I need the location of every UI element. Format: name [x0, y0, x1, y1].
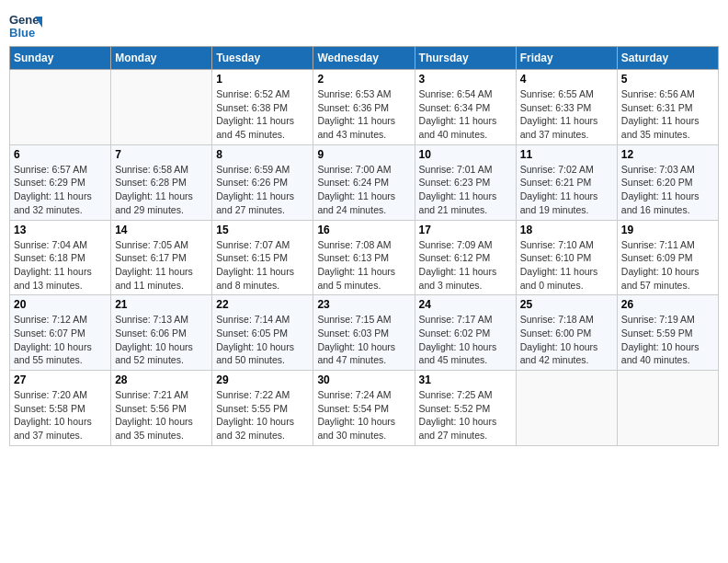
calendar-cell: 14Sunrise: 7:05 AMSunset: 6:17 PMDayligh…: [111, 220, 212, 295]
calendar-cell: 13Sunrise: 7:04 AMSunset: 6:18 PMDayligh…: [10, 220, 111, 295]
calendar-cell: 20Sunrise: 7:12 AMSunset: 6:07 PMDayligh…: [10, 295, 111, 371]
day-number: 29: [216, 373, 309, 386]
day-number: 15: [216, 224, 309, 236]
calendar-cell: 22Sunrise: 7:14 AMSunset: 6:05 PMDayligh…: [212, 295, 313, 371]
day-info: Sunrise: 7:24 AMSunset: 5:54 PMDaylight:…: [317, 388, 410, 442]
calendar-cell: 24Sunrise: 7:17 AMSunset: 6:02 PMDayligh…: [415, 295, 516, 371]
day-number: 5: [621, 73, 714, 86]
day-info: Sunrise: 7:02 AMSunset: 6:21 PMDaylight:…: [520, 163, 613, 217]
calendar-cell: 15Sunrise: 7:07 AMSunset: 6:15 PMDayligh…: [212, 220, 313, 295]
day-info: Sunrise: 7:07 AMSunset: 6:15 PMDaylight:…: [216, 238, 309, 293]
day-number: 1: [216, 73, 309, 86]
calendar-week-row: 6Sunrise: 6:57 AMSunset: 6:29 PMDaylight…: [10, 144, 719, 220]
calendar-cell: 21Sunrise: 7:13 AMSunset: 6:06 PMDayligh…: [111, 295, 212, 371]
day-number: 18: [520, 224, 613, 236]
calendar-cell: 30Sunrise: 7:24 AMSunset: 5:54 PMDayligh…: [313, 371, 415, 446]
calendar-day-header: Friday: [516, 47, 617, 70]
day-number: 21: [115, 298, 208, 311]
day-info: Sunrise: 6:54 AMSunset: 6:34 PMDaylight:…: [419, 87, 512, 142]
calendar-cell: 1Sunrise: 6:52 AMSunset: 6:38 PMDaylight…: [212, 70, 313, 145]
calendar-cell: [111, 70, 212, 145]
day-info: Sunrise: 7:25 AMSunset: 5:52 PMDaylight:…: [419, 388, 512, 442]
day-number: 17: [419, 224, 512, 236]
calendar-cell: [516, 371, 617, 446]
day-number: 12: [621, 148, 714, 161]
day-number: 23: [317, 298, 410, 311]
day-info: Sunrise: 6:53 AMSunset: 6:36 PMDaylight:…: [317, 87, 410, 142]
calendar-cell: 16Sunrise: 7:08 AMSunset: 6:13 PMDayligh…: [313, 220, 415, 295]
calendar-cell: 26Sunrise: 7:19 AMSunset: 5:59 PMDayligh…: [617, 295, 718, 371]
day-number: 11: [520, 148, 613, 161]
day-number: 19: [621, 224, 714, 236]
calendar-cell: 11Sunrise: 7:02 AMSunset: 6:21 PMDayligh…: [516, 144, 617, 220]
day-number: 10: [419, 148, 512, 161]
calendar-header-row: SundayMondayTuesdayWednesdayThursdayFrid…: [10, 47, 719, 70]
day-info: Sunrise: 7:08 AMSunset: 6:13 PMDaylight:…: [317, 238, 410, 293]
day-info: Sunrise: 7:05 AMSunset: 6:17 PMDaylight:…: [115, 238, 208, 293]
day-info: Sunrise: 7:03 AMSunset: 6:20 PMDaylight:…: [621, 163, 714, 217]
day-info: Sunrise: 7:21 AMSunset: 5:56 PMDaylight:…: [115, 388, 208, 442]
day-number: 28: [115, 373, 208, 386]
day-number: 9: [317, 148, 410, 161]
day-info: Sunrise: 7:10 AMSunset: 6:10 PMDaylight:…: [520, 238, 613, 293]
day-info: Sunrise: 7:13 AMSunset: 6:06 PMDaylight:…: [115, 313, 208, 367]
calendar-cell: 23Sunrise: 7:15 AMSunset: 6:03 PMDayligh…: [313, 295, 415, 371]
calendar-cell: 31Sunrise: 7:25 AMSunset: 5:52 PMDayligh…: [415, 371, 516, 446]
day-number: 30: [317, 373, 410, 386]
day-info: Sunrise: 6:56 AMSunset: 6:31 PMDaylight:…: [621, 87, 714, 142]
calendar-week-row: 1Sunrise: 6:52 AMSunset: 6:38 PMDaylight…: [10, 70, 719, 145]
day-info: Sunrise: 6:58 AMSunset: 6:28 PMDaylight:…: [115, 163, 208, 217]
svg-text:Blue: Blue: [9, 26, 35, 40]
calendar-cell: 19Sunrise: 7:11 AMSunset: 6:09 PMDayligh…: [617, 220, 718, 295]
calendar-cell: 9Sunrise: 7:00 AMSunset: 6:24 PMDaylight…: [313, 144, 415, 220]
calendar-week-row: 27Sunrise: 7:20 AMSunset: 5:58 PMDayligh…: [10, 371, 719, 446]
day-info: Sunrise: 6:59 AMSunset: 6:26 PMDaylight:…: [216, 163, 309, 217]
calendar-cell: 3Sunrise: 6:54 AMSunset: 6:34 PMDaylight…: [415, 70, 516, 145]
day-info: Sunrise: 7:09 AMSunset: 6:12 PMDaylight:…: [419, 238, 512, 293]
day-number: 8: [216, 148, 309, 161]
calendar-day-header: Tuesday: [212, 47, 313, 70]
calendar-cell: 7Sunrise: 6:58 AMSunset: 6:28 PMDaylight…: [111, 144, 212, 220]
calendar-body: 1Sunrise: 6:52 AMSunset: 6:38 PMDaylight…: [10, 70, 719, 446]
day-info: Sunrise: 7:19 AMSunset: 5:59 PMDaylight:…: [621, 313, 714, 367]
day-number: 26: [621, 298, 714, 311]
day-number: 14: [115, 224, 208, 236]
day-number: 16: [317, 224, 410, 236]
logo-icon: General Blue: [9, 9, 42, 42]
calendar-cell: 5Sunrise: 6:56 AMSunset: 6:31 PMDaylight…: [617, 70, 718, 145]
calendar-cell: 18Sunrise: 7:10 AMSunset: 6:10 PMDayligh…: [516, 220, 617, 295]
calendar-day-header: Saturday: [617, 47, 718, 70]
day-info: Sunrise: 6:57 AMSunset: 6:29 PMDaylight:…: [14, 163, 107, 217]
day-number: 27: [14, 373, 107, 386]
day-info: Sunrise: 7:15 AMSunset: 6:03 PMDaylight:…: [317, 313, 410, 367]
calendar-cell: [617, 371, 718, 446]
day-number: 22: [216, 298, 309, 311]
calendar-table: SundayMondayTuesdayWednesdayThursdayFrid…: [9, 46, 719, 446]
calendar-cell: 12Sunrise: 7:03 AMSunset: 6:20 PMDayligh…: [617, 144, 718, 220]
day-number: 2: [317, 73, 410, 86]
day-info: Sunrise: 7:18 AMSunset: 6:00 PMDaylight:…: [520, 313, 613, 367]
day-number: 24: [419, 298, 512, 311]
day-number: 4: [520, 73, 613, 86]
calendar-cell: 4Sunrise: 6:55 AMSunset: 6:33 PMDaylight…: [516, 70, 617, 145]
day-number: 6: [14, 148, 107, 161]
day-info: Sunrise: 6:52 AMSunset: 6:38 PMDaylight:…: [216, 87, 309, 142]
calendar-day-header: Monday: [111, 47, 212, 70]
day-info: Sunrise: 6:55 AMSunset: 6:33 PMDaylight:…: [520, 87, 613, 142]
day-info: Sunrise: 7:12 AMSunset: 6:07 PMDaylight:…: [14, 313, 107, 367]
day-info: Sunrise: 7:14 AMSunset: 6:05 PMDaylight:…: [216, 313, 309, 367]
day-info: Sunrise: 7:04 AMSunset: 6:18 PMDaylight:…: [14, 238, 107, 293]
calendar-cell: 25Sunrise: 7:18 AMSunset: 6:00 PMDayligh…: [516, 295, 617, 371]
calendar-cell: 27Sunrise: 7:20 AMSunset: 5:58 PMDayligh…: [10, 371, 111, 446]
calendar-cell: 8Sunrise: 6:59 AMSunset: 6:26 PMDaylight…: [212, 144, 313, 220]
day-number: 7: [115, 148, 208, 161]
calendar-cell: 10Sunrise: 7:01 AMSunset: 6:23 PMDayligh…: [415, 144, 516, 220]
calendar-week-row: 20Sunrise: 7:12 AMSunset: 6:07 PMDayligh…: [10, 295, 719, 371]
calendar-cell: [10, 70, 111, 145]
logo: General Blue: [9, 9, 42, 42]
day-number: 20: [14, 298, 107, 311]
day-info: Sunrise: 7:01 AMSunset: 6:23 PMDaylight:…: [419, 163, 512, 217]
calendar-day-header: Sunday: [10, 47, 111, 70]
day-info: Sunrise: 7:11 AMSunset: 6:09 PMDaylight:…: [621, 238, 714, 293]
calendar-day-header: Thursday: [415, 47, 516, 70]
